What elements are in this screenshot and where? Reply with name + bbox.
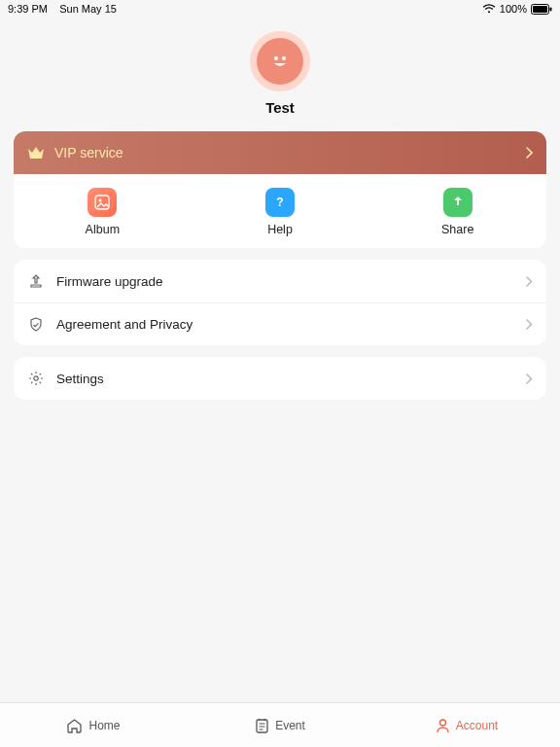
tab-event-label: Event — [275, 719, 305, 732]
share-icon — [443, 188, 472, 217]
tab-bar: Home Event Account — [0, 702, 560, 747]
avatar[interactable] — [250, 31, 310, 91]
wifi-icon — [482, 4, 496, 14]
shortcut-help[interactable]: ? Help — [192, 188, 369, 236]
event-icon — [255, 718, 269, 733]
status-time: 9:39 PM — [8, 3, 48, 15]
tab-account-label: Account — [456, 719, 498, 732]
svg-rect-1 — [533, 6, 547, 13]
tab-home[interactable]: Home — [0, 703, 187, 747]
row-firmware-upgrade[interactable]: Firmware upgrade — [14, 260, 546, 302]
help-icon: ? — [265, 188, 295, 217]
row-privacy-label: Agreement and Privacy — [56, 317, 514, 332]
chevron-right-icon — [526, 319, 533, 330]
spacer — [0, 400, 560, 702]
chevron-right-icon — [526, 374, 533, 384]
battery-percent: 100% — [500, 3, 527, 15]
svg-point-8 — [34, 376, 38, 380]
svg-point-3 — [274, 56, 278, 60]
crown-icon — [27, 146, 45, 160]
account-icon — [436, 718, 450, 733]
album-icon — [88, 188, 117, 217]
status-bar: 9:39 PM Sun May 15 100% — [0, 0, 560, 18]
tab-event[interactable]: Event — [187, 703, 373, 747]
vip-label: VIP service — [54, 145, 515, 160]
shortcut-share[interactable]: Share — [368, 188, 546, 236]
profile-header: Test — [0, 18, 560, 122]
row-settings[interactable]: Settings — [14, 357, 546, 400]
row-firmware-label: Firmware upgrade — [56, 274, 514, 289]
tab-account[interactable]: Account — [373, 703, 560, 747]
battery-icon — [531, 4, 552, 15]
row-agreement-privacy[interactable]: Agreement and Privacy — [14, 302, 546, 345]
tab-home-label: Home — [88, 719, 120, 732]
svg-point-4 — [282, 56, 286, 60]
status-left: 9:39 PM Sun May 15 — [8, 3, 117, 15]
shortcut-album[interactable]: Album — [14, 188, 192, 236]
upgrade-icon — [27, 272, 45, 290]
settings-card-1: Firmware upgrade Agreement and Privacy — [14, 260, 546, 345]
chevron-right-icon — [525, 147, 533, 159]
status-right: 100% — [482, 3, 552, 15]
avatar-face-icon — [257, 38, 303, 85]
row-settings-label: Settings — [56, 372, 514, 386]
username-label: Test — [0, 99, 560, 116]
shortcut-album-label: Album — [14, 223, 192, 236]
shield-icon — [27, 316, 45, 334]
chevron-right-icon — [526, 276, 533, 287]
shortcut-share-label: Share — [368, 223, 546, 236]
svg-point-6 — [99, 199, 102, 202]
svg-point-10 — [439, 720, 445, 726]
vip-service-banner[interactable]: VIP service — [14, 131, 546, 174]
status-date: Sun May 15 — [59, 3, 117, 15]
shortcut-row: Album ? Help Share — [14, 174, 546, 248]
gear-icon — [27, 370, 45, 387]
home-icon — [66, 718, 83, 733]
svg-text:?: ? — [276, 196, 283, 209]
content: VIP service Album ? Help Share — [0, 122, 560, 400]
settings-card-2: Settings — [14, 357, 546, 400]
svg-rect-2 — [550, 7, 552, 11]
shortcut-help-label: Help — [192, 223, 369, 236]
